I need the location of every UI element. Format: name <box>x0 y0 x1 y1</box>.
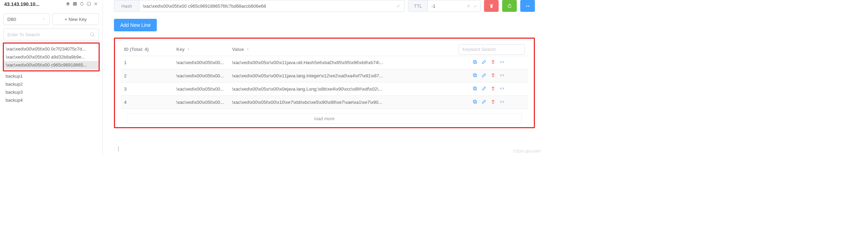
code-icon[interactable] <box>500 73 505 79</box>
cell-value: \xac\xed\x00\x05sr\x00\x11java.util.Hash… <box>232 60 473 65</box>
ttl-actions <box>466 4 480 8</box>
clear-icon[interactable] <box>466 4 471 8</box>
svg-rect-6 <box>474 88 477 90</box>
svg-point-1 <box>91 33 94 36</box>
row-actions <box>473 86 525 92</box>
ttl-label: TTL <box>408 0 428 11</box>
ttl-value: -1 <box>428 3 466 9</box>
copy-icon[interactable] <box>473 86 477 92</box>
table-tools <box>473 44 525 55</box>
main-panel: Hash \xac\xed\x00\x05t\x00 c965c96918865… <box>103 0 545 155</box>
table-row[interactable]: 4\xac\xed\x00\x05t\x00...\xac\xed\x00\x0… <box>121 96 528 109</box>
svg-rect-8 <box>474 101 477 103</box>
code-view-button[interactable] <box>520 0 535 12</box>
key-editor-row: Hash \xac\xed\x00\x05t\x00 c965c96918865… <box>114 0 535 12</box>
key-list-selected-group: \xac\xed\x00\x05t\x00 0c7f234075c7d... \… <box>3 43 100 71</box>
delete-icon[interactable] <box>491 99 496 105</box>
delete-icon[interactable] <box>491 73 496 79</box>
add-new-line-button[interactable]: Add New Line <box>114 19 157 31</box>
refresh-key-button[interactable] <box>502 0 517 12</box>
col-key[interactable]: Key <box>176 47 232 52</box>
chevron-down-icon <box>41 17 46 21</box>
sidebar: 43.143.190.10... DB0 + New Key \xac\xed\… <box>0 0 103 155</box>
connection-title: 43.143.190.10... <box>4 1 63 7</box>
key-item[interactable]: \xac\xed\x00\x05t\x00 c965c96918865... <box>4 61 99 69</box>
check-icon[interactable] <box>473 4 477 8</box>
col-value-label: Value <box>232 47 244 52</box>
row-actions <box>473 60 525 65</box>
db-select-value: DB0 <box>7 17 16 22</box>
close-icon[interactable] <box>93 1 98 7</box>
table-row[interactable]: 1\xac\xed\x00\x05t\x00...\xac\xed\x00\x0… <box>121 56 528 69</box>
key-item[interactable]: backup2 <box>3 80 99 88</box>
key-item[interactable]: backup1 <box>3 72 99 80</box>
copy-icon[interactable] <box>473 99 477 105</box>
table-body: 1\xac\xed\x00\x05t\x00...\xac\xed\x00\x0… <box>121 56 528 109</box>
edit-icon[interactable] <box>482 86 486 92</box>
code-icon[interactable] <box>500 60 505 65</box>
db-controls: DB0 + New Key <box>3 13 99 25</box>
home-icon[interactable] <box>66 1 70 7</box>
hash-table-area: ID (Total: 4) Key Value 1\xac\xed\x00\x0… <box>114 38 535 128</box>
key-item[interactable]: backup3 <box>3 88 99 96</box>
key-item[interactable]: \xac\xed\x00\x05t\x00 0c7f234075c7d... <box>4 45 99 53</box>
key-item[interactable]: backup4 <box>3 96 99 104</box>
copy-icon[interactable] <box>473 60 477 65</box>
check-icon[interactable] <box>396 3 401 8</box>
table-row[interactable]: 3\xac\xed\x00\x05t\x00...\xac\xed\x00\x0… <box>121 83 528 96</box>
delete-key-button[interactable] <box>484 0 499 12</box>
key-type-tag: Hash <box>114 0 139 12</box>
table-header: ID (Total: 4) Key Value <box>121 43 528 56</box>
cell-id: 4 <box>124 100 176 105</box>
cell-value: \xac\xed\x00\x05sr\x00\x11java.lang.Inte… <box>232 73 473 78</box>
cell-key: \xac\xed\x00\x05t\x00... <box>176 100 232 105</box>
cell-value: \xac\xed\x00\x05t\x00\x10\xe7\xbb\xbc\xe… <box>232 100 473 105</box>
edit-icon[interactable] <box>482 73 486 79</box>
search-icon[interactable] <box>90 32 95 37</box>
table-row[interactable]: 2\xac\xed\x00\x05t\x00...\xac\xed\x00\x0… <box>121 69 528 83</box>
keyword-search-input[interactable] <box>459 44 525 55</box>
delete-icon[interactable] <box>491 86 496 92</box>
code-icon[interactable] <box>500 99 505 105</box>
edit-icon[interactable] <box>482 60 486 65</box>
svg-rect-9 <box>473 100 476 102</box>
col-value[interactable]: Value <box>232 47 473 52</box>
cell-key: \xac\xed\x00\x05t\x00... <box>176 73 232 78</box>
db-select[interactable]: DB0 <box>3 13 49 25</box>
sort-icon <box>246 47 249 52</box>
terminal-icon[interactable] <box>72 1 77 7</box>
connection-header: 43.143.190.10... <box>3 0 99 8</box>
delete-icon[interactable] <box>491 60 496 65</box>
connection-actions <box>66 1 98 7</box>
cell-key: \xac\xed\x00\x05t\x00... <box>176 86 232 92</box>
svg-rect-3 <box>473 60 476 63</box>
edit-icon[interactable] <box>482 99 486 105</box>
col-id: ID (Total: 4) <box>124 47 176 52</box>
cell-key: \xac\xed\x00\x05t\x00... <box>176 60 232 65</box>
key-search <box>3 29 99 40</box>
svg-rect-2 <box>474 61 477 64</box>
cell-id: 2 <box>124 73 176 78</box>
cell-id: 3 <box>124 86 176 92</box>
new-key-label: New Key <box>69 17 87 22</box>
key-list: backup1 backup2 backup3 backup4 <box>3 71 99 104</box>
svg-rect-7 <box>473 87 476 89</box>
svg-rect-4 <box>474 75 477 77</box>
info-icon[interactable] <box>86 1 91 7</box>
col-key-label: Key <box>176 47 185 52</box>
copy-icon[interactable] <box>473 73 477 79</box>
ttl-input[interactable]: TTL -1 <box>408 0 481 12</box>
refresh-icon[interactable] <box>79 1 84 7</box>
sort-icon <box>187 47 190 52</box>
cell-value: \xac\xed\x00\x05sr\x00\x0ejava.lang.Long… <box>232 86 473 92</box>
key-name-input[interactable]: \xac\xed\x00\x05t\x00 c965c9691886576fc7… <box>139 0 405 12</box>
load-more-button[interactable]: load more <box>127 113 522 124</box>
watermark: CSDN @linziMY <box>513 149 541 153</box>
search-input[interactable] <box>7 32 90 37</box>
key-item[interactable]: \xac\xed\x00\x05t\x00 a9d32b8a9b9e... <box>4 53 99 61</box>
cell-id: 1 <box>124 60 176 65</box>
key-name-value: \xac\xed\x00\x05t\x00 c965c9691886576fc7… <box>143 3 394 9</box>
new-key-button[interactable]: + New Key <box>52 13 99 25</box>
code-icon[interactable] <box>500 86 505 92</box>
plus-icon: + <box>64 17 67 22</box>
